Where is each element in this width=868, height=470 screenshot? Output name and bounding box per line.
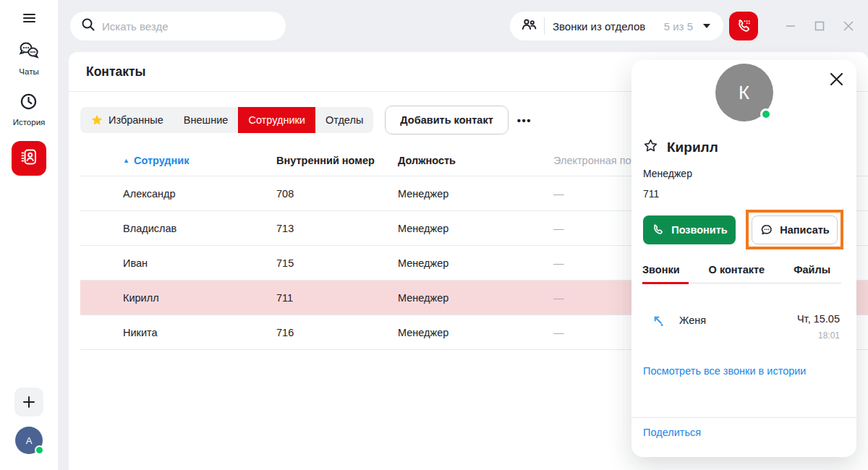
cell-extension: 715 [276,257,398,269]
sidebar-item-label: История [13,118,46,127]
tab-underline [642,282,841,284]
cell-extension: 713 [276,223,398,234]
cell-name: Кирилл [80,292,276,304]
history-clock-icon [19,92,38,114]
chevron-down-icon [703,24,710,28]
call-history-item[interactable]: Женя Чт, 15.05 18:01 [651,313,840,341]
cell-position: Менеджер [398,223,553,234]
online-status-dot [760,108,772,120]
search-icon [80,17,96,35]
tab-calls[interactable]: Звонки [642,264,680,275]
cell-name: Иван [80,257,276,269]
cell-position: Менеджер [398,188,553,200]
share-link[interactable]: Поделиться [643,427,701,438]
call-date: Чт, 15.05 [797,313,840,325]
panel-tabs: Звонки О контакте Файлы [642,264,845,275]
annotation-highlight-box: Написать [746,210,843,249]
call-contact-name: Женя [679,313,706,341]
user-avatar-initial: А [26,435,33,446]
tab-about[interactable]: О контакте [709,264,765,275]
cell-extension: 716 [276,327,398,338]
view-all-calls-link[interactable]: Посмотреть все звонки в истории [643,365,845,377]
window-maximize-button[interactable] [812,19,827,33]
call-time: 18:01 [797,330,840,341]
search-input[interactable] [102,20,276,33]
contacts-filter-tabs: Избранные Внешние Сотрудники Отделы [80,107,373,133]
tab-label: Внешние [184,114,229,126]
panel-avatar-area: К [631,60,856,125]
column-header-employee[interactable]: ▲ Сотрудник [80,155,276,166]
tab-files[interactable]: Файлы [793,264,830,275]
divider [631,417,856,418]
chats-icon [17,40,41,64]
filter-count: 5 из 5 [664,20,693,33]
contact-extension: 711 [643,188,845,200]
sidebar-item-contacts-active[interactable] [12,141,46,176]
sidebar-item-history[interactable]: История [13,92,46,127]
tab-favorites[interactable]: Избранные [80,107,174,133]
online-status-dot [35,445,44,455]
cell-position: Менеджер [398,327,553,338]
tab-employees[interactable]: Сотрудники [238,107,315,133]
window-close-button[interactable] [841,19,856,33]
calls-filter-dropdown[interactable]: Звонки из отделов 5 из 5 [510,12,723,40]
favorite-star-icon[interactable] [643,138,658,156]
add-button[interactable] [14,388,43,416]
contact-detail-panel: К Кирилл Менеджер 711 Позвонить [631,60,856,457]
call-button[interactable]: Позвонить [643,215,736,244]
contact-avatar-initial: К [739,82,749,104]
sidebar: Чаты История А [0,0,58,470]
tab-external[interactable]: Внешние [174,107,239,133]
tab-label: Отделы [326,114,363,126]
incoming-call-icon [651,313,666,341]
cell-name: Владислав [80,223,276,234]
contact-avatar: К [715,64,773,121]
search-bar[interactable] [70,12,286,40]
more-options-icon[interactable]: ••• [517,114,532,127]
sort-asc-icon: ▲ [123,157,129,164]
tab-label: Избранные [109,114,163,126]
group-icon [520,17,537,35]
active-tab-indicator [642,282,689,284]
star-icon [90,114,103,127]
write-message-button[interactable]: Написать [752,215,838,244]
contact-name: Кирилл [667,140,718,155]
contact-position: Менеджер [643,168,845,179]
cell-name: Никита [80,327,276,338]
cell-position: Менеджер [398,292,553,304]
tab-departments[interactable]: Отделы [315,107,373,133]
cell-position: Менеджер [398,257,553,269]
add-contact-button[interactable]: Добавить контакт [385,106,508,134]
contact-book-icon [19,147,39,170]
sidebar-item-chats[interactable]: Чаты [17,40,41,76]
sidebar-item-label: Чаты [19,67,38,76]
column-header-extension[interactable]: Внутренний номер [276,155,398,166]
dial-pad-button[interactable] [729,12,758,40]
hamburger-menu-icon[interactable] [23,12,35,25]
cell-name: Александр [80,188,276,200]
cell-extension: 708 [276,188,398,200]
cell-extension: 711 [276,292,398,304]
column-header-position[interactable]: Должность [398,155,553,166]
window-minimize-button[interactable] [783,19,798,33]
tab-label: Сотрудники [248,114,305,126]
user-avatar[interactable]: А [15,427,43,454]
divider [544,17,545,35]
filter-label: Звонки из отделов [553,20,645,33]
